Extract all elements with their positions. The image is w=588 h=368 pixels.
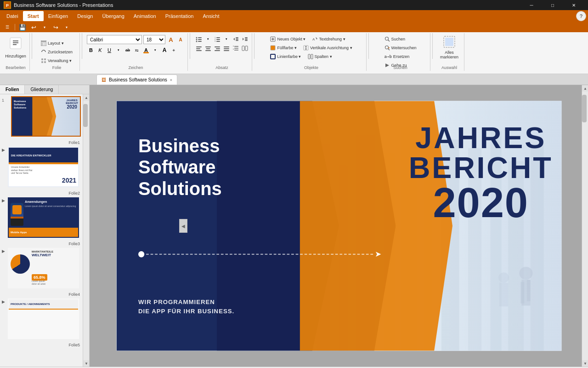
align-center[interactable] [204, 44, 212, 52]
vertikale-button[interactable]: Vertikale Ausrichtung ▾ [301, 44, 355, 52]
help-button[interactable]: ? [576, 11, 586, 21]
svg-text:A: A [312, 37, 315, 41]
folien-tab[interactable]: Folien [0, 85, 25, 94]
quick-access-toolbar: ☰ 💾 ↩ ▾ ↪ ▾ [0, 22, 588, 32]
canvas-vscrollbar: ▲ ▼ [582, 85, 588, 367]
hinzufuegen-label: Hinzufügen [5, 54, 26, 58]
ordered-list-dropdown[interactable]: ▾ [222, 35, 231, 43]
underline-dropdown[interactable]: ▾ [114, 46, 123, 54]
ersetzen-label: Ersetzen [393, 54, 410, 59]
ersetzen-button[interactable]: a→b Ersetzen [382, 52, 419, 61]
slide-item-1[interactable]: 1 BusinessSoftwareSolutions JAHRESBERICH… [2, 96, 81, 137]
neues-objekt-label: Neues Objekt ▾ [277, 37, 305, 41]
minimize-button[interactable]: ─ [521, 0, 542, 10]
document-tab[interactable]: 🖼 Business Software Solutions × [96, 75, 177, 85]
panel-scroll-thumb[interactable] [83, 104, 88, 127]
svg-rect-5 [13, 44, 17, 45]
layout-label: Layout ▾ [48, 41, 64, 46]
strikethrough-button[interactable]: ab [124, 46, 132, 54]
menu-start[interactable]: Start [23, 11, 44, 21]
alles-markieren-button[interactable]: Allesmarkieren [437, 34, 461, 61]
align-justify[interactable] [222, 44, 231, 52]
zuruecksetzen-button[interactable]: Zurücksetzen [39, 48, 75, 56]
font-size-select[interactable]: 18 [143, 35, 165, 44]
undo-dropdown[interactable]: ▾ [40, 23, 49, 32]
underline-button[interactable]: U [105, 46, 113, 54]
window-controls: ─ □ ✕ [521, 0, 584, 10]
clear-format-button[interactable]: ✦ [170, 46, 178, 54]
font-size-increase[interactable]: A [167, 35, 175, 44]
list-dropdown[interactable]: ▾ [204, 35, 212, 43]
slide-thumb-1[interactable]: BusinessSoftwareSolutions JAHRESBERICHT2… [11, 96, 81, 137]
align-left[interactable] [195, 44, 203, 52]
subscript-button[interactable]: x₂ [133, 46, 141, 54]
unordered-list-button[interactable] [195, 35, 203, 43]
font-color-dropdown[interactable]: ▾ [151, 46, 159, 54]
layout-button[interactable]: Layout ▾ [39, 39, 66, 47]
slide-item-4[interactable]: ▶ MARKTANTEILEWELTWEIT 65.8% Lorem ipsum… [2, 248, 81, 288]
canvas-scroll-left[interactable]: ◀ [179, 219, 187, 233]
svg-marker-27 [233, 38, 235, 40]
slide-icon-3: ▶ [2, 198, 5, 203]
maximize-button[interactable]: □ [542, 0, 563, 10]
fuellfarbe-button[interactable]: Füllfarbe ▾ [268, 44, 299, 52]
menu-praesentation[interactable]: Präsentation [161, 11, 198, 21]
menu-datei[interactable]: Datei [2, 11, 23, 21]
line-spacing[interactable] [232, 44, 240, 52]
font-select[interactable]: Calibri [87, 35, 142, 44]
app-icon: P [4, 1, 11, 9]
hinzufuegen-button[interactable]: Hinzufügen [4, 34, 28, 61]
slide-thumb-5[interactable]: PRODUKTE / ABONNEMENTS [8, 299, 79, 339]
indent-decrease[interactable] [232, 35, 240, 43]
font-size-decrease[interactable]: A [176, 35, 185, 44]
linienfarbe-button[interactable]: Linienfarbe ▾ [268, 52, 303, 61]
save-button[interactable]: 💾 [18, 23, 27, 32]
menu-ansicht[interactable]: Ansicht [198, 11, 224, 21]
vscroll-thumb[interactable] [582, 95, 587, 122]
slide-title-line1: Business [138, 136, 222, 157]
menu-uebergang[interactable]: Übergang [97, 11, 129, 21]
spalten-button[interactable]: Spalten ▾ [305, 52, 334, 61]
ribbon-group-auswahl: Allesmarkieren Auswahl [435, 33, 464, 71]
slide-item-2[interactable]: ▶ DIE KREATIVEN ENTWICKLER Unsere Entwic… [2, 147, 81, 187]
undo-button[interactable]: ↩ [29, 23, 38, 32]
panel-scroll-down[interactable]: ▼ [83, 360, 89, 367]
weitersuchen-button[interactable]: Weitersuchen [382, 44, 419, 52]
vscroll-down[interactable]: ▼ [582, 360, 588, 367]
slide-item-5[interactable]: ▶ PRODUKTE / ABONNEMENTS [2, 299, 81, 339]
columns[interactable] [241, 44, 249, 52]
align-right[interactable] [213, 44, 221, 52]
vscroll-up[interactable]: ▲ [582, 85, 588, 92]
textdrehung-button[interactable]: A Textdrehung ▾ [310, 35, 347, 43]
italic-button[interactable]: K [96, 46, 104, 54]
slide-item-3[interactable]: ▶ Anwendungen Lorem ipsum dolor sit amet… [2, 197, 81, 238]
slide-thumb-3[interactable]: Anwendungen Lorem ipsum dolor sit amet c… [8, 197, 79, 238]
indent-increase[interactable] [241, 35, 249, 43]
slide-thumb-2[interactable]: DIE KREATIVEN ENTWICKLER Unsere Entwickl… [8, 147, 79, 187]
qat-customize[interactable]: ☰ [3, 23, 12, 32]
slide-thumb-4[interactable]: MARKTANTEILEWELTWEIT 65.8% Lorem ipsumdo… [8, 248, 79, 288]
redo-dropdown[interactable]: ▾ [62, 23, 71, 32]
ordered-list-button[interactable]: 1.2.3. [213, 35, 221, 43]
workspace: Folien Gliederung 1 BusinessSoftwareSolu… [0, 85, 588, 367]
bold-button[interactable]: B [87, 46, 95, 54]
panel-scroll-up[interactable]: ▲ [83, 94, 89, 101]
group-label-suchen: Suchen [371, 65, 430, 70]
verwaltung-button[interactable]: Verwaltung ▾ [39, 57, 74, 65]
font-size-btn2[interactable]: A [160, 46, 169, 54]
menu-animation[interactable]: Animation [129, 11, 161, 21]
slide-arrow-line: ➤ [138, 249, 381, 259]
slide-label-2: Folie2 [2, 191, 80, 196]
gliederung-tab[interactable]: Gliederung [25, 85, 59, 94]
svg-marker-62 [305, 46, 307, 47]
menu-design[interactable]: Design [73, 11, 97, 21]
tab-close-button[interactable]: × [170, 78, 172, 82]
menu-einfuegen[interactable]: Einfügen [44, 11, 73, 21]
neues-objekt-button[interactable]: Neues Objekt ▾ [268, 35, 308, 43]
svg-rect-59 [271, 46, 275, 50]
close-button[interactable]: ✕ [563, 0, 584, 10]
svg-rect-39 [206, 48, 210, 49]
redo-button[interactable]: ↪ [51, 23, 60, 32]
suchen-button[interactable]: Suchen [382, 35, 419, 43]
font-color-button[interactable]: A [142, 46, 150, 54]
